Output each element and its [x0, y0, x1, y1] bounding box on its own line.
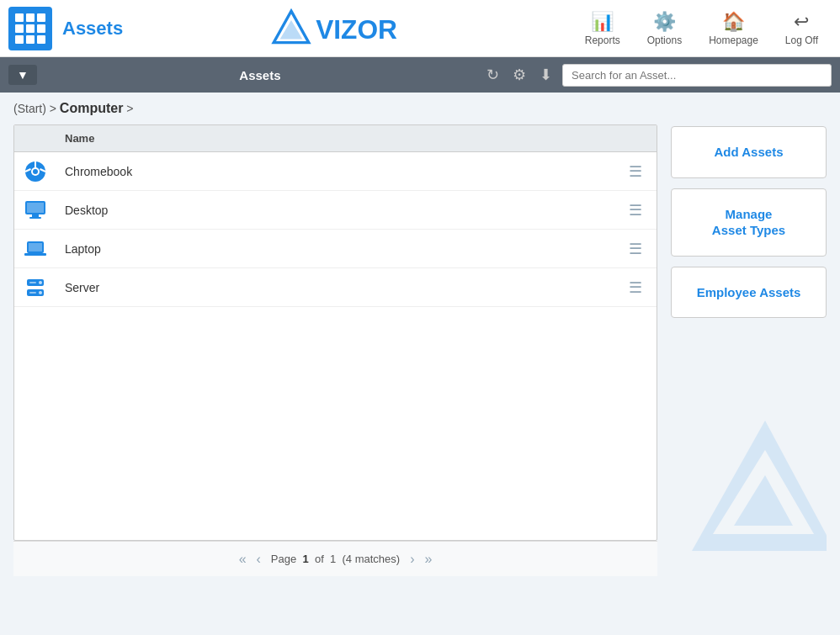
table-row[interactable]: Server ☰: [14, 268, 657, 307]
manage-asset-types-button[interactable]: ManageAsset Types: [671, 188, 827, 257]
refresh-icon: ↻: [486, 66, 499, 84]
breadcrumb-start[interactable]: (Start): [13, 102, 46, 115]
svg-rect-11: [32, 214, 39, 217]
nav-options-label: Options: [647, 34, 682, 46]
logoff-icon: ↩: [794, 11, 809, 33]
sidebar-watermark-area: [671, 328, 827, 576]
next-page-button[interactable]: ›: [410, 552, 414, 567]
table-row[interactable]: Desktop ☰: [14, 191, 657, 230]
table-header-name: Name: [56, 125, 614, 151]
row-name-chromebook: Chromebook: [56, 165, 614, 178]
nav-options[interactable]: ⚙️ Options: [634, 4, 695, 53]
row-action-desktop[interactable]: ☰: [614, 201, 657, 220]
table-row[interactable]: Chromebook ☰: [14, 152, 657, 191]
vizor-logo: VIZOR: [270, 8, 424, 50]
table-header-check: [14, 125, 56, 151]
manage-asset-types-label: ManageAsset Types: [712, 207, 785, 238]
table-body: Chromebook ☰ Desktop: [14, 152, 657, 540]
sidebar: Add Assets ManageAsset Types Employee As…: [671, 124, 827, 576]
current-page: 1: [302, 553, 308, 565]
row-list-icon: ☰: [629, 201, 642, 220]
download-icon: ⬇: [540, 66, 552, 84]
svg-rect-20: [29, 282, 36, 283]
employee-assets-button[interactable]: Employee Assets: [671, 267, 827, 319]
breadcrumb-current[interactable]: Computer: [60, 101, 124, 115]
pagination: « ‹ Page 1 of 1 (4 matches) › »: [13, 541, 657, 576]
grid-icon: [15, 13, 45, 44]
breadcrumb-sep2: >: [123, 102, 133, 115]
row-icon-chromebook: [14, 160, 56, 183]
top-header: Assets VIZOR 📊 Reports ⚙️ Options 🏠 Home…: [0, 0, 840, 57]
first-page-button[interactable]: «: [239, 552, 247, 567]
filter-button[interactable]: ⚙: [509, 62, 529, 87]
last-page-button[interactable]: »: [424, 552, 432, 567]
svg-text:VIZOR: VIZOR: [316, 14, 397, 45]
app-menu-button[interactable]: [8, 7, 52, 50]
table-row[interactable]: Laptop ☰: [14, 230, 657, 268]
of-text: of: [315, 553, 324, 565]
row-icon-laptop: [14, 239, 56, 259]
matches-count: 4 matches: [346, 553, 396, 565]
table-header-action: [614, 125, 657, 151]
total-pages: 1: [330, 553, 336, 565]
row-list-icon: ☰: [629, 278, 642, 297]
svg-rect-14: [29, 243, 42, 251]
svg-rect-21: [29, 292, 36, 294]
reports-icon: 📊: [591, 11, 614, 33]
nav-logoff[interactable]: ↩ Log Off: [772, 4, 832, 53]
svg-point-5: [33, 169, 38, 174]
row-action-chromebook[interactable]: ☰: [614, 162, 657, 181]
row-icon-desktop: [14, 199, 56, 221]
row-name-laptop: Laptop: [56, 242, 614, 256]
row-action-laptop[interactable]: ☰: [614, 240, 657, 258]
nav-homepage-label: Homepage: [709, 34, 758, 46]
nav-logoff-label: Log Off: [785, 34, 818, 46]
nav-reports-label: Reports: [585, 34, 620, 46]
page-text: Page: [271, 553, 296, 565]
breadcrumb-sep1: >: [46, 102, 60, 115]
nav-reports[interactable]: 📊 Reports: [572, 4, 634, 53]
vizor-watermark: [688, 416, 827, 576]
filter-icon: ⚙: [513, 66, 526, 84]
logo-area: VIZOR: [123, 8, 572, 50]
toolbar-title: Assets: [44, 68, 476, 82]
svg-rect-15: [24, 253, 46, 256]
table-header-row: Name: [14, 125, 657, 152]
svg-rect-10: [27, 203, 44, 213]
nav-homepage[interactable]: 🏠 Homepage: [695, 4, 772, 53]
prev-page-button[interactable]: ‹: [257, 552, 261, 567]
home-icon: 🏠: [722, 11, 745, 33]
panel-dropdown-button[interactable]: ▼: [8, 65, 37, 85]
svg-point-19: [39, 291, 42, 294]
main-content: Name: [0, 124, 840, 590]
breadcrumb: (Start) > Computer >: [0, 93, 840, 124]
row-name-server: Server: [56, 281, 614, 294]
search-bar: [562, 64, 832, 87]
row-name-desktop: Desktop: [56, 204, 614, 217]
options-icon: ⚙️: [653, 11, 676, 33]
app-title: Assets: [62, 18, 123, 40]
row-icon-server: [14, 277, 56, 299]
toolbar: ▼ Assets ↻ ⚙ ⬇: [0, 57, 840, 93]
download-button[interactable]: ⬇: [536, 62, 556, 87]
svg-point-17: [39, 281, 42, 284]
nav-icons: 📊 Reports ⚙️ Options 🏠 Homepage ↩ Log Of…: [572, 4, 832, 53]
row-action-server[interactable]: ☰: [614, 278, 657, 297]
add-assets-button[interactable]: Add Assets: [671, 126, 827, 178]
svg-rect-12: [29, 217, 41, 219]
page-info: Page 1 of 1 (4 matches): [271, 553, 400, 565]
assets-table: Name: [13, 124, 657, 541]
search-input[interactable]: [562, 64, 832, 87]
refresh-button[interactable]: ↻: [483, 62, 502, 87]
row-list-icon: ☰: [629, 240, 642, 258]
row-list-icon: ☰: [629, 162, 642, 181]
table-container: Name: [13, 124, 657, 576]
